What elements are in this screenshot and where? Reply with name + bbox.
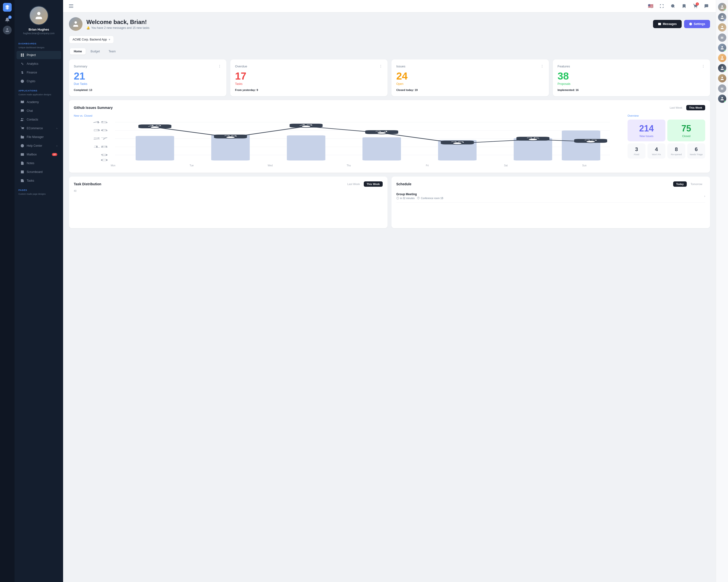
svg-text:45: 45 bbox=[93, 120, 108, 124]
topbar-avatar[interactable] bbox=[3, 26, 11, 34]
bookmark-button[interactable] bbox=[680, 2, 688, 10]
sidebar-item-ecommerce[interactable]: ECommerce › bbox=[17, 124, 61, 132]
stat-label-features: Proposals bbox=[557, 82, 705, 86]
stat-title-features: Features bbox=[557, 64, 570, 68]
svg-point-53 bbox=[150, 126, 160, 128]
online-dot-2 bbox=[724, 19, 726, 21]
sidebar-item-chat[interactable]: Chat bbox=[17, 107, 61, 115]
sidebar-item-contacts[interactable]: Contacts bbox=[17, 115, 61, 124]
task-dist-header: Task Distribution Last Week This Week bbox=[74, 182, 383, 187]
sidebar-item-project[interactable]: Project bbox=[17, 51, 61, 59]
stat-menu-overdue[interactable]: ⋮ bbox=[379, 64, 383, 68]
task-distribution-card: Task Distribution Last Week This Week 40 bbox=[69, 176, 388, 228]
schedule-event-chevron-icon[interactable]: › bbox=[704, 194, 705, 198]
messages-button[interactable] bbox=[703, 2, 710, 10]
chart-x-fri: Fri bbox=[388, 164, 467, 167]
dashboards-section-sub: Unique dashboard designs bbox=[15, 46, 63, 51]
settings-action-button[interactable]: Settings bbox=[684, 20, 710, 28]
cart-button[interactable]: 5 bbox=[692, 2, 699, 10]
fullscreen-button[interactable] bbox=[658, 2, 666, 10]
sidebar-item-tasks[interactable]: Tasks bbox=[17, 176, 61, 185]
github-this-week-btn[interactable]: This Week bbox=[686, 105, 705, 110]
sidebar-item-filemanager[interactable]: File Manager bbox=[17, 133, 61, 141]
chart-svg: 45 36 27 18 9 0 bbox=[74, 119, 624, 163]
schedule-card: Schedule Today Tomorrow Group Meeting in… bbox=[391, 176, 710, 228]
search-button[interactable] bbox=[669, 2, 677, 10]
needs-triage-number: 6 bbox=[695, 146, 698, 153]
sidebar-item-mailbox[interactable]: Mailbox 27 bbox=[17, 150, 61, 159]
hamburger-menu[interactable] bbox=[69, 4, 73, 8]
sidebar-item-analytics-label: Analytics bbox=[27, 62, 38, 65]
closed-issues-card: 75 Closed bbox=[667, 119, 705, 141]
notification-button[interactable]: 3 bbox=[3, 16, 11, 24]
task-dist-this-week-btn[interactable]: This Week bbox=[364, 182, 383, 187]
app-selector[interactable]: ACME Corp. Backend App ▾ bbox=[69, 36, 114, 44]
pages-section-label: PAGES bbox=[15, 185, 63, 192]
sidebar-item-crypto-label: Crypto bbox=[27, 80, 35, 83]
chart-x-sat: Sat bbox=[467, 164, 545, 167]
chart-x-labels: Mon Tue Wed Thu Fri Sat Sun bbox=[74, 163, 624, 168]
online-user-3[interactable] bbox=[718, 23, 726, 31]
sidebar-item-academy[interactable]: Academy bbox=[17, 98, 61, 106]
online-user-4[interactable]: M bbox=[718, 33, 726, 42]
sidebar-item-scrumboard[interactable]: Scrumboard bbox=[17, 168, 61, 176]
svg-point-7 bbox=[22, 130, 22, 130]
svg-rect-34 bbox=[287, 135, 326, 161]
github-body: New vs. Closed 45 36 27 bbox=[74, 114, 705, 168]
sidebar-item-finance[interactable]: Finance bbox=[17, 68, 61, 77]
tab-home[interactable]: Home bbox=[70, 48, 86, 55]
sidebar-item-helpcenter[interactable]: Help Center › bbox=[17, 142, 61, 150]
svg-text:36: 36 bbox=[93, 129, 108, 132]
dashboards-section-label: DASHBOARDS bbox=[15, 38, 63, 46]
schedule-today-btn[interactable]: Today bbox=[673, 182, 687, 187]
chart-x-sun: Sun bbox=[545, 164, 624, 167]
new-issues-number: 214 bbox=[639, 123, 654, 134]
github-last-week-btn[interactable]: Last Week bbox=[667, 105, 685, 110]
online-user-10[interactable] bbox=[718, 94, 726, 103]
mailbox-badge: 27 bbox=[52, 153, 57, 156]
sidebar-item-analytics[interactable]: Analytics bbox=[17, 60, 61, 68]
flag-icon[interactable]: 🇺🇸 bbox=[647, 2, 654, 10]
online-user-6[interactable] bbox=[718, 54, 726, 62]
nav-tabs: Home Budget Team bbox=[69, 47, 121, 56]
content-area: Welcome back, Brian! 🔔 You have 2 new me… bbox=[63, 12, 716, 582]
stat-footer-summary: Completed: 13 bbox=[74, 88, 222, 91]
task-dist-last-week-btn[interactable]: Last Week bbox=[344, 182, 363, 187]
sidebar-item-project-label: Project bbox=[27, 53, 36, 57]
needs-triage-card: 6 Needs Triage bbox=[687, 143, 705, 159]
sidebar-item-notes[interactable]: Notes bbox=[17, 159, 61, 167]
stat-menu-issues[interactable]: ⋮ bbox=[540, 64, 544, 68]
online-user-5[interactable] bbox=[718, 44, 726, 52]
schedule-tomorrow-btn[interactable]: Tomorrow bbox=[688, 182, 705, 187]
app-logo[interactable] bbox=[3, 3, 11, 11]
online-user-9[interactable]: M bbox=[718, 84, 726, 93]
pages-section-sub: Custom made page designs bbox=[15, 192, 63, 197]
sidebar-item-crypto[interactable]: Crypto bbox=[17, 77, 61, 85]
svg-rect-35 bbox=[363, 137, 401, 161]
chart-label: New vs. Closed bbox=[74, 114, 624, 117]
sidebar-user-section: Brian Hughes hughes.brian@company.com bbox=[15, 0, 63, 38]
task-dist-y-max: 40 bbox=[74, 190, 383, 192]
stat-label-summary: Due Tasks bbox=[74, 82, 222, 86]
stat-menu-features[interactable]: ⋮ bbox=[702, 64, 705, 68]
tab-budget[interactable]: Budget bbox=[87, 48, 104, 55]
messages-action-button[interactable]: Messages bbox=[653, 20, 681, 28]
online-user-1[interactable] bbox=[718, 3, 726, 11]
schedule-event-time: in 32 minutes bbox=[396, 197, 414, 200]
sidebar-item-mailbox-label: Mailbox bbox=[27, 153, 37, 156]
online-user-2[interactable] bbox=[718, 13, 726, 21]
online-user-8[interactable] bbox=[718, 74, 726, 82]
sidebar-item-finance-label: Finance bbox=[27, 71, 37, 74]
task-dist-title: Task Distribution bbox=[74, 182, 101, 186]
svg-point-19 bbox=[697, 7, 697, 8]
stat-menu-summary[interactable]: ⋮ bbox=[218, 64, 222, 68]
stat-title-issues: Issues bbox=[396, 64, 406, 68]
sidebar-item-helpcenter-label: Help Center bbox=[27, 144, 42, 147]
tab-team[interactable]: Team bbox=[105, 48, 120, 55]
online-user-7[interactable] bbox=[718, 64, 726, 72]
chart-x-wed: Wed bbox=[231, 164, 309, 167]
svg-point-58 bbox=[527, 138, 538, 141]
cart-badge: 5 bbox=[696, 2, 699, 6]
right-sidebar: M M bbox=[716, 0, 728, 582]
wont-fix-card: 4 Won't Fix bbox=[647, 143, 666, 159]
